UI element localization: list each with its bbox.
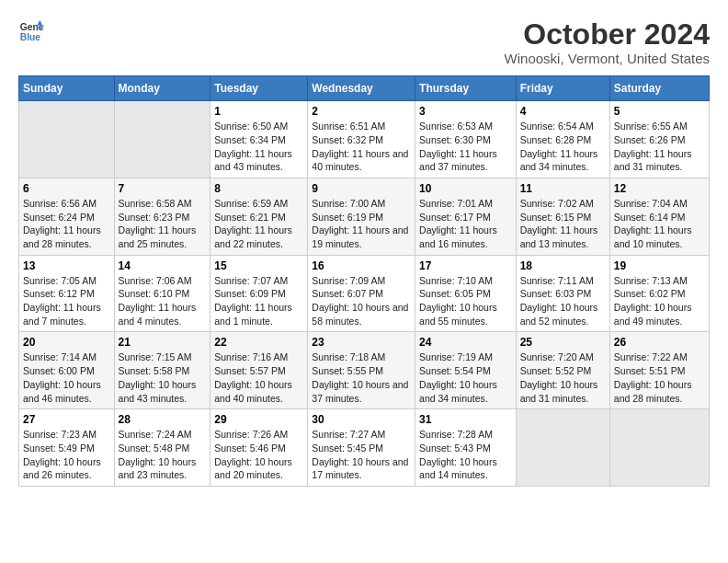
table-cell: 18Sunrise: 7:11 AMSunset: 6:03 PMDayligh… (516, 255, 609, 332)
day-number: 13 (23, 259, 110, 272)
day-info: Sunrise: 6:54 AMSunset: 6:28 PMDaylight:… (520, 120, 606, 174)
day-number: 25 (520, 336, 606, 349)
day-number: 17 (419, 259, 512, 272)
day-info: Sunrise: 6:53 AMSunset: 6:30 PMDaylight:… (419, 120, 512, 174)
day-info: Sunrise: 7:16 AMSunset: 5:57 PMDaylight:… (214, 350, 303, 405)
table-cell (19, 101, 115, 178)
table-cell: 12Sunrise: 7:04 AMSunset: 6:14 PMDayligh… (609, 178, 709, 255)
table-cell: 13Sunrise: 7:05 AMSunset: 6:12 PMDayligh… (19, 255, 115, 332)
calendar-header: SundayMondayTuesdayWednesdayThursdayFrid… (19, 76, 710, 101)
table-cell: 28Sunrise: 7:24 AMSunset: 5:48 PMDayligh… (114, 409, 210, 487)
calendar-body: 1Sunrise: 6:50 AMSunset: 6:34 PMDaylight… (19, 101, 710, 487)
week-row-1: 1Sunrise: 6:50 AMSunset: 6:34 PMDaylight… (19, 101, 710, 178)
table-cell: 3Sunrise: 6:53 AMSunset: 6:30 PMDaylight… (415, 101, 517, 178)
day-number: 4 (520, 105, 606, 118)
header-saturday: Saturday (609, 76, 709, 101)
day-number: 28 (119, 413, 207, 426)
subtitle: Winooski, Vermont, United States (505, 51, 710, 66)
header-sunday: Sunday (19, 76, 115, 101)
header-wednesday: Wednesday (308, 76, 415, 101)
day-number: 23 (312, 336, 411, 349)
week-row-4: 20Sunrise: 7:14 AMSunset: 6:00 PMDayligh… (19, 332, 710, 409)
table-cell: 8Sunrise: 6:59 AMSunset: 6:21 PMDaylight… (210, 178, 308, 255)
day-number: 31 (419, 413, 512, 426)
day-info: Sunrise: 7:06 AMSunset: 6:10 PMDaylight:… (119, 274, 207, 328)
table-cell: 11Sunrise: 7:02 AMSunset: 6:15 PMDayligh… (516, 178, 609, 255)
day-number: 26 (614, 336, 705, 349)
title-area: October 2024 Winooski, Vermont, United S… (505, 18, 710, 66)
day-number: 10 (419, 182, 512, 195)
header-tuesday: Tuesday (210, 76, 308, 101)
day-number: 1 (214, 105, 303, 118)
day-info: Sunrise: 7:28 AMSunset: 5:43 PMDaylight:… (419, 428, 512, 482)
day-info: Sunrise: 7:01 AMSunset: 6:17 PMDaylight:… (419, 197, 512, 251)
day-number: 19 (614, 259, 705, 272)
day-number: 18 (520, 259, 606, 272)
day-number: 8 (214, 182, 303, 195)
table-cell: 19Sunrise: 7:13 AMSunset: 6:02 PMDayligh… (609, 255, 709, 332)
day-info: Sunrise: 7:27 AMSunset: 5:45 PMDaylight:… (312, 428, 411, 482)
table-cell: 1Sunrise: 6:50 AMSunset: 6:34 PMDaylight… (210, 101, 308, 178)
table-cell: 7Sunrise: 6:58 AMSunset: 6:23 PMDaylight… (114, 178, 210, 255)
day-number: 5 (614, 105, 705, 118)
day-number: 24 (419, 336, 512, 349)
day-number: 30 (312, 413, 411, 426)
table-cell: 6Sunrise: 6:56 AMSunset: 6:24 PMDaylight… (19, 178, 115, 255)
day-number: 27 (23, 413, 110, 426)
table-cell: 15Sunrise: 7:07 AMSunset: 6:09 PMDayligh… (210, 255, 308, 332)
day-info: Sunrise: 7:07 AMSunset: 6:09 PMDaylight:… (214, 274, 303, 328)
page-header: General Blue October 2024 Winooski, Verm… (18, 18, 710, 66)
table-cell: 9Sunrise: 7:00 AMSunset: 6:19 PMDaylight… (308, 178, 415, 255)
table-cell (609, 409, 709, 487)
day-info: Sunrise: 7:22 AMSunset: 5:51 PMDaylight:… (614, 350, 705, 405)
table-cell: 14Sunrise: 7:06 AMSunset: 6:10 PMDayligh… (114, 255, 210, 332)
day-info: Sunrise: 7:05 AMSunset: 6:12 PMDaylight:… (23, 274, 110, 328)
day-info: Sunrise: 7:02 AMSunset: 6:15 PMDaylight:… (520, 197, 606, 251)
day-number: 21 (119, 336, 207, 349)
table-cell: 10Sunrise: 7:01 AMSunset: 6:17 PMDayligh… (415, 178, 517, 255)
table-cell: 2Sunrise: 6:51 AMSunset: 6:32 PMDaylight… (308, 101, 415, 178)
day-info: Sunrise: 7:20 AMSunset: 5:52 PMDaylight:… (520, 350, 606, 405)
day-number: 15 (214, 259, 303, 272)
day-info: Sunrise: 7:26 AMSunset: 5:46 PMDaylight:… (214, 428, 303, 482)
day-info: Sunrise: 6:58 AMSunset: 6:23 PMDaylight:… (119, 197, 207, 251)
day-number: 11 (520, 182, 606, 195)
table-cell: 21Sunrise: 7:15 AMSunset: 5:58 PMDayligh… (114, 332, 210, 409)
day-number: 16 (312, 259, 411, 272)
day-number: 7 (119, 182, 207, 195)
logo: General Blue (18, 18, 44, 44)
day-info: Sunrise: 7:04 AMSunset: 6:14 PMDaylight:… (614, 197, 705, 251)
table-cell: 31Sunrise: 7:28 AMSunset: 5:43 PMDayligh… (415, 409, 517, 487)
day-info: Sunrise: 7:19 AMSunset: 5:54 PMDaylight:… (419, 350, 512, 405)
week-row-5: 27Sunrise: 7:23 AMSunset: 5:49 PMDayligh… (19, 409, 710, 487)
main-title: October 2024 (505, 18, 710, 51)
day-number: 14 (119, 259, 207, 272)
day-info: Sunrise: 7:18 AMSunset: 5:55 PMDaylight:… (312, 350, 411, 405)
table-cell: 22Sunrise: 7:16 AMSunset: 5:57 PMDayligh… (210, 332, 308, 409)
day-number: 9 (312, 182, 411, 195)
svg-text:Blue: Blue (20, 32, 41, 42)
table-cell: 27Sunrise: 7:23 AMSunset: 5:49 PMDayligh… (19, 409, 115, 487)
table-cell: 24Sunrise: 7:19 AMSunset: 5:54 PMDayligh… (415, 332, 517, 409)
day-info: Sunrise: 7:14 AMSunset: 6:00 PMDaylight:… (23, 350, 110, 405)
day-number: 22 (214, 336, 303, 349)
day-info: Sunrise: 6:55 AMSunset: 6:26 PMDaylight:… (614, 120, 705, 174)
header-friday: Friday (516, 76, 609, 101)
day-info: Sunrise: 7:00 AMSunset: 6:19 PMDaylight:… (312, 197, 411, 251)
day-info: Sunrise: 7:13 AMSunset: 6:02 PMDaylight:… (614, 274, 705, 328)
header-thursday: Thursday (415, 76, 517, 101)
day-info: Sunrise: 6:50 AMSunset: 6:34 PMDaylight:… (214, 120, 303, 174)
day-number: 6 (23, 182, 110, 195)
day-info: Sunrise: 6:51 AMSunset: 6:32 PMDaylight:… (312, 120, 411, 174)
table-cell: 30Sunrise: 7:27 AMSunset: 5:45 PMDayligh… (308, 409, 415, 487)
table-cell: 26Sunrise: 7:22 AMSunset: 5:51 PMDayligh… (609, 332, 709, 409)
table-cell: 25Sunrise: 7:20 AMSunset: 5:52 PMDayligh… (516, 332, 609, 409)
table-cell: 29Sunrise: 7:26 AMSunset: 5:46 PMDayligh… (210, 409, 308, 487)
table-cell: 4Sunrise: 6:54 AMSunset: 6:28 PMDaylight… (516, 101, 609, 178)
day-number: 3 (419, 105, 512, 118)
day-info: Sunrise: 7:15 AMSunset: 5:58 PMDaylight:… (119, 350, 207, 405)
table-cell (516, 409, 609, 487)
day-info: Sunrise: 7:11 AMSunset: 6:03 PMDaylight:… (520, 274, 606, 328)
day-number: 20 (23, 336, 110, 349)
table-cell: 5Sunrise: 6:55 AMSunset: 6:26 PMDaylight… (609, 101, 709, 178)
